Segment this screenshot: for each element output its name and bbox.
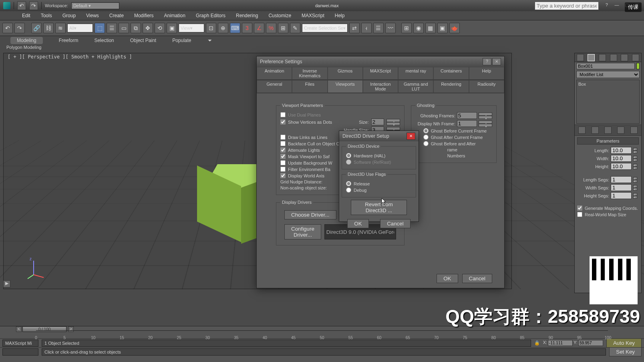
help-icon[interactable]: ? (603, 2, 611, 9)
menu-tools[interactable]: Tools (41, 13, 52, 18)
utilities-panel-icon[interactable] (632, 54, 639, 61)
selection-set-dropdown[interactable]: Create Selection Se ▾ (302, 24, 348, 32)
ghosting-frames-input[interactable] (457, 112, 477, 119)
rect-select-icon[interactable]: ▭ (119, 23, 129, 33)
menu-edit[interactable]: Edit (22, 13, 30, 18)
percent-snap-icon[interactable]: % (266, 23, 276, 33)
manipulate-icon[interactable]: ⊕ (218, 23, 228, 33)
menu-maxscript[interactable]: MAXScript (302, 13, 324, 18)
attenuate-lights-checkbox[interactable] (280, 147, 286, 153)
layer-icon[interactable]: ☰ (373, 23, 384, 33)
remove-modifier-icon[interactable] (617, 127, 624, 134)
keyboard-shortcuts-icon[interactable]: ⌨ (230, 23, 240, 33)
rotate-icon[interactable]: ⟲ (155, 23, 165, 33)
configure-sets-icon[interactable] (630, 127, 638, 134)
x-coord-input[interactable] (548, 340, 573, 346)
workspace-dropdown[interactable]: Default ▾ (71, 2, 119, 9)
modifier-list-dropdown[interactable]: Modifier List (576, 71, 640, 78)
y-coord-input[interactable] (578, 340, 603, 346)
menu-views[interactable]: Views (86, 13, 99, 18)
tab-gamma[interactable]: Gamma and LUT (398, 80, 433, 93)
draw-links-checkbox[interactable] (280, 135, 286, 140)
height-segs-spinner[interactable]: ▴▾ (633, 193, 637, 199)
link-icon[interactable]: 🔗 (31, 23, 42, 33)
tab-interaction[interactable]: Interaction Mode (363, 80, 398, 93)
ribbon-tab-selection[interactable]: Selection (94, 38, 114, 43)
ghost-after-radio[interactable] (423, 135, 429, 140)
pref-close-button[interactable]: ✕ (492, 58, 501, 65)
pin-stack-icon[interactable] (578, 127, 586, 134)
redo-icon[interactable]: ↷ (29, 1, 38, 10)
width-segs-input[interactable] (611, 184, 632, 191)
display-nth-input[interactable] (457, 120, 477, 127)
auto-key-button[interactable]: Auto Key (606, 338, 642, 348)
vertex-size-spinner[interactable]: ▴▾ (386, 119, 400, 125)
bind-icon[interactable]: ≋ (55, 23, 66, 33)
width-segs-spinner[interactable]: ▴▾ (633, 185, 637, 191)
menu-animation[interactable]: Animation (164, 13, 185, 18)
show-vertices-checkbox[interactable] (280, 119, 286, 125)
tab-help[interactable]: Help (469, 67, 504, 80)
height-segs-input[interactable] (611, 192, 632, 199)
update-background-checkbox[interactable] (280, 160, 286, 165)
length-input[interactable] (611, 147, 632, 154)
render-frame-icon[interactable]: ▣ (437, 23, 448, 33)
time-ruler[interactable]: 0510152025303540455055606570758085909510… (36, 330, 608, 340)
render-icon[interactable]: 🫖 (449, 23, 460, 33)
real-world-checkbox[interactable] (577, 212, 582, 217)
tab-maxscript[interactable]: MAXScript (363, 67, 398, 80)
gen-mapping-checkbox[interactable] (577, 205, 582, 211)
set-key-button[interactable]: Set Key (609, 347, 642, 356)
curve-editor-icon[interactable]: 〰 (385, 23, 396, 33)
d3d-cancel-button[interactable]: Cancel (380, 219, 411, 228)
d3d-ok-button[interactable]: OK (347, 219, 368, 228)
release-radio[interactable] (346, 181, 351, 186)
menu-modifiers[interactable]: Modifiers (134, 13, 154, 18)
named-selection-icon[interactable]: ✎ (290, 23, 300, 33)
filter-dropdown[interactable]: All ▾ (67, 24, 93, 32)
select-name-icon[interactable]: ☰ (107, 23, 117, 33)
menu-graph-editors[interactable]: Graph Editors (196, 13, 225, 18)
width-spinner[interactable]: ▴▾ (633, 156, 637, 161)
schematic-icon[interactable]: ⊞ (401, 23, 412, 33)
parameters-header[interactable]: Parameters (577, 137, 639, 145)
vertex-size-input[interactable] (371, 119, 384, 125)
pref-cancel-button[interactable]: Cancel (462, 274, 493, 283)
ribbon-tab-freeform[interactable]: Freeform (59, 38, 78, 43)
tab-radiosity[interactable]: Radiosity (469, 80, 504, 93)
ghosting-frames-spinner[interactable]: ▴▾ (479, 113, 492, 119)
use-dual-planes-checkbox[interactable] (280, 112, 286, 117)
display-world-axis-checkbox[interactable] (280, 173, 286, 178)
pref-help-button[interactable]: ? (483, 58, 491, 65)
debug-radio[interactable] (346, 187, 351, 193)
make-unique-icon[interactable] (604, 127, 612, 134)
lock-icon[interactable]: 🔒 (534, 340, 540, 346)
window-cross-icon[interactable]: ⧉ (131, 23, 141, 33)
unlink-icon[interactable]: ⛓ (43, 23, 54, 33)
spinner-snap-icon[interactable]: ⊞ (278, 23, 288, 33)
ribbon-tab-modeling[interactable]: Modeling (10, 37, 43, 44)
time-arrow-left[interactable]: < (16, 326, 22, 332)
menu-group[interactable]: Group (62, 13, 76, 18)
tab-containers[interactable]: Containers (433, 67, 469, 80)
tab-animation[interactable]: Animation (257, 67, 292, 80)
menu-customize[interactable]: Customize (268, 13, 291, 18)
backface-cull-checkbox[interactable] (280, 141, 286, 146)
width-input[interactable] (611, 155, 632, 162)
redo-button[interactable]: ↷ (14, 23, 25, 33)
length-spinner[interactable]: ▴▾ (633, 148, 637, 153)
height-input[interactable] (611, 163, 632, 170)
align-icon[interactable]: ⫞ (361, 23, 372, 33)
length-segs-spinner[interactable]: ▴▾ (633, 177, 637, 183)
angle-snap-icon[interactable]: ∠ (254, 23, 264, 33)
scale-icon[interactable]: ▣ (167, 23, 177, 33)
menu-create[interactable]: Create (109, 13, 124, 18)
play-widget[interactable]: ▶ (3, 280, 10, 288)
ribbon-tab-object-paint[interactable]: Object Paint (130, 38, 156, 43)
create-panel-icon[interactable] (577, 54, 584, 61)
color-swatch[interactable] (636, 63, 640, 69)
tab-general[interactable]: General (257, 80, 292, 93)
ribbon-collapse-icon[interactable]: ⏷ (207, 38, 212, 43)
height-spinner[interactable]: ▴▾ (633, 164, 637, 169)
render-setup-icon[interactable]: ▦ (425, 23, 436, 33)
